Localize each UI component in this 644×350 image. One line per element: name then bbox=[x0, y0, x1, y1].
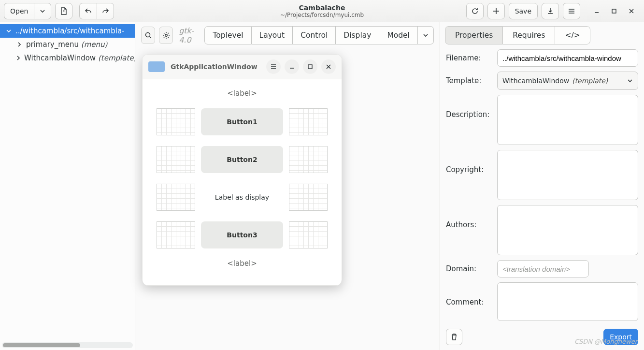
preview-display-label[interactable]: Label as display bbox=[201, 184, 283, 211]
window-controls bbox=[588, 3, 640, 19]
description-label: Description: bbox=[446, 95, 493, 119]
new-file-button[interactable] bbox=[55, 3, 72, 19]
tree-label: ../withcambla/src/withcambla- bbox=[15, 27, 125, 35]
segment-toplevel[interactable]: Toplevel bbox=[204, 26, 251, 44]
copyright-label: Copyright: bbox=[446, 150, 493, 174]
sidebar: ../withcambla/src/withcambla- primary_me… bbox=[0, 22, 135, 350]
preview-appicon bbox=[148, 61, 165, 72]
authors-label: Authors: bbox=[446, 205, 493, 229]
tree-item-primary-menu[interactable]: primary_menu (menu) bbox=[0, 38, 135, 51]
tab-properties[interactable]: Properties bbox=[445, 26, 503, 44]
domain-field[interactable] bbox=[497, 260, 589, 277]
search-button[interactable] bbox=[141, 27, 155, 44]
header-left: Open bbox=[4, 3, 114, 19]
minimize-icon bbox=[289, 64, 295, 70]
placeholder-cell[interactable] bbox=[157, 221, 195, 248]
preview-headerbar: GtkApplicationWindow bbox=[143, 55, 342, 79]
template-suffix: (template) bbox=[572, 77, 608, 85]
tree-label: WithcamblaWindow bbox=[24, 54, 96, 62]
chevron-down-icon bbox=[40, 8, 45, 14]
preview-menu-button[interactable] bbox=[266, 59, 281, 74]
app-subtitle: ~/Projects/forcsdn/myui.cmb bbox=[280, 12, 364, 18]
preview-button-3[interactable]: Button3 bbox=[201, 221, 283, 248]
segment-display[interactable]: Display bbox=[336, 26, 379, 44]
tree-label: primary_menu bbox=[26, 40, 79, 49]
tree-suffix: (template) bbox=[98, 54, 135, 62]
save-button[interactable]: Save bbox=[509, 3, 538, 19]
app-title: Cambalache bbox=[299, 4, 345, 12]
copyright-field[interactable] bbox=[497, 150, 638, 200]
center-panel: gtk-4.0 Toplevel Layout Control Display … bbox=[135, 22, 440, 350]
open-dropdown-button[interactable] bbox=[34, 3, 51, 19]
header-right: Save bbox=[466, 3, 640, 19]
refresh-button[interactable] bbox=[466, 3, 484, 19]
settings-button[interactable] bbox=[159, 27, 173, 44]
segment-layout[interactable]: Layout bbox=[252, 26, 293, 44]
tab-xml[interactable]: </> bbox=[555, 26, 590, 44]
sidebar-scrollbar[interactable] bbox=[2, 342, 133, 348]
preview-window[interactable]: GtkApplicationWindow <label> Button1 bbox=[142, 54, 342, 286]
canvas[interactable]: GtkApplicationWindow <label> Button1 bbox=[135, 48, 440, 350]
undo-button[interactable] bbox=[79, 3, 97, 19]
authors-field[interactable] bbox=[497, 205, 638, 255]
search-icon bbox=[144, 31, 152, 39]
description-field[interactable] bbox=[497, 95, 638, 145]
refresh-icon bbox=[471, 7, 479, 15]
segment-dropdown[interactable] bbox=[418, 26, 434, 44]
hamburger-menu-button[interactable] bbox=[563, 3, 580, 19]
gtk-target-label: gtk-4.0 bbox=[179, 26, 200, 44]
close-icon bbox=[629, 8, 634, 14]
preview-label-bottom[interactable]: <label> bbox=[227, 259, 257, 268]
delete-button[interactable] bbox=[446, 329, 462, 345]
placeholder-cell[interactable] bbox=[289, 184, 328, 211]
preview-grid: Button1 Button2 Label as display Button3 bbox=[157, 108, 328, 248]
open-button[interactable]: Open bbox=[4, 3, 34, 19]
preview-button-2[interactable]: Button2 bbox=[201, 146, 283, 173]
chevron-down-icon bbox=[627, 78, 633, 84]
properties-panel: Properties Requires </> Filename: Templa… bbox=[440, 22, 644, 350]
domain-label: Domain: bbox=[446, 264, 493, 273]
maximize-icon bbox=[307, 64, 313, 70]
placeholder-cell[interactable] bbox=[289, 108, 328, 135]
preview-maximize-button[interactable] bbox=[303, 59, 317, 74]
svg-rect-0 bbox=[612, 9, 616, 13]
preview-minimize-button[interactable] bbox=[285, 59, 299, 74]
placeholder-cell[interactable] bbox=[289, 146, 328, 173]
redo-button[interactable] bbox=[97, 3, 114, 19]
template-selector[interactable]: WithcamblaWindow (template) bbox=[497, 72, 638, 90]
placeholder-cell[interactable] bbox=[289, 221, 328, 248]
scrollbar-thumb[interactable] bbox=[3, 343, 80, 347]
tree-item-root[interactable]: ../withcambla/src/withcambla- bbox=[0, 24, 135, 38]
plus-icon bbox=[493, 8, 500, 15]
window-minimize-button[interactable] bbox=[588, 3, 605, 19]
body: ../withcambla/src/withcambla- primary_me… bbox=[0, 22, 644, 350]
properties-footer: Export bbox=[440, 325, 644, 350]
placeholder-cell[interactable] bbox=[157, 184, 195, 211]
segment-model[interactable]: Model bbox=[379, 26, 418, 44]
window-maximize-button[interactable] bbox=[605, 3, 623, 19]
placeholder-cell[interactable] bbox=[157, 108, 195, 135]
export-toolbar-button[interactable] bbox=[542, 3, 559, 19]
add-button[interactable] bbox=[487, 3, 505, 19]
preview-button-1[interactable]: Button1 bbox=[201, 108, 283, 135]
object-tree[interactable]: ../withcambla/src/withcambla- primary_me… bbox=[0, 22, 135, 341]
export-button[interactable]: Export bbox=[603, 329, 638, 345]
tree-item-withcambla-window[interactable]: WithcamblaWindow (template) bbox=[0, 51, 135, 65]
window-close-button[interactable] bbox=[623, 3, 640, 19]
properties-tabs: Properties Requires </> bbox=[440, 22, 644, 44]
svg-rect-3 bbox=[308, 65, 312, 69]
minimize-icon bbox=[594, 8, 600, 14]
chevron-down-icon bbox=[423, 32, 429, 38]
segment-control[interactable]: Control bbox=[293, 26, 336, 44]
chevron-down-icon bbox=[5, 28, 13, 34]
preview-label-top[interactable]: <label> bbox=[227, 89, 257, 98]
tab-requires[interactable]: Requires bbox=[503, 26, 555, 44]
filename-field[interactable] bbox=[497, 49, 638, 67]
template-label: Template: bbox=[446, 76, 493, 85]
preview-close-button[interactable] bbox=[321, 59, 336, 74]
close-icon bbox=[326, 64, 331, 70]
placeholder-cell[interactable] bbox=[157, 146, 195, 173]
gear-icon bbox=[162, 31, 170, 39]
app-window: Open Cambalache ~/Projects/forcsdn/myui.… bbox=[0, 0, 644, 350]
comment-field[interactable] bbox=[497, 282, 638, 321]
